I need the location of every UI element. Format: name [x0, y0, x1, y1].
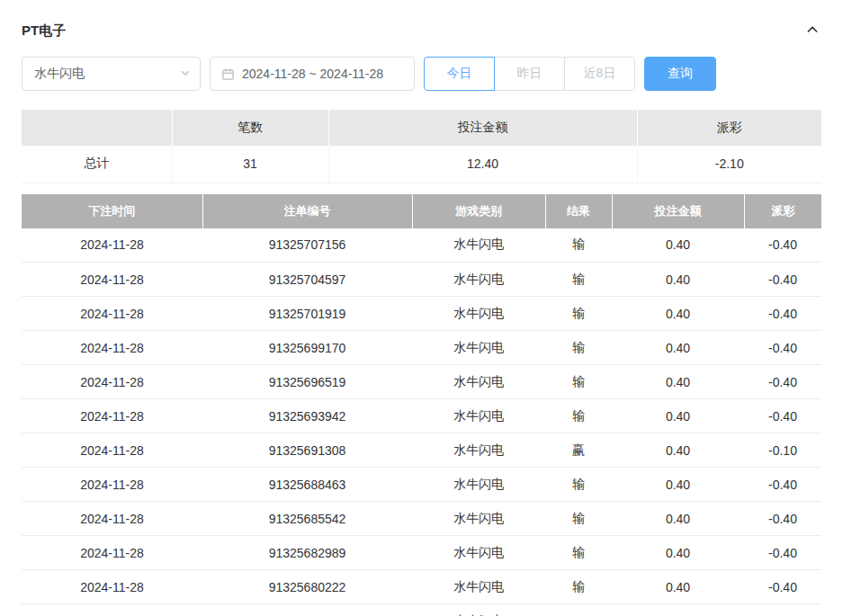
- table-cell: -0.40: [744, 263, 821, 297]
- table-cell: -0.40: [744, 297, 821, 331]
- header-result: 结果: [545, 194, 612, 228]
- table-cell: 2024-11-28: [22, 604, 202, 616]
- query-button[interactable]: 查询: [644, 57, 716, 91]
- table-cell: 水牛闪电: [412, 604, 545, 616]
- bet-records-table: 下注时间 注单编号 游戏类别 结果 投注金额 派彩 2024-11-289132…: [22, 194, 821, 616]
- quick-date-button-group: 今日 昨日 近8日: [424, 57, 635, 91]
- table-cell: 水牛闪电: [412, 263, 545, 297]
- table-cell: 0.40: [612, 399, 744, 433]
- table-cell: 0.40: [612, 536, 744, 570]
- table-cell: -0.10: [744, 433, 821, 468]
- table-cell: -0.40: [744, 228, 821, 263]
- table-cell: 0.40: [612, 331, 744, 365]
- table-cell: -0.40: [744, 570, 821, 604]
- header-bet-amount: 投注金额: [612, 194, 744, 228]
- table-cell: -0.40: [744, 365, 821, 399]
- table-row: 2024-11-2891325696519水牛闪电输0.40-0.40: [22, 365, 821, 399]
- table-cell: 输: [545, 331, 612, 365]
- table-row: 2024-11-2891325691308水牛闪电赢0.40-0.10: [22, 433, 821, 468]
- table-cell: 91325680222: [202, 570, 412, 604]
- table-cell: 输: [545, 228, 612, 263]
- header-game-category: 游戏类别: [412, 194, 545, 228]
- bet-table-body: 2024-11-2891325707156水牛闪电输0.40-0.402024-…: [22, 228, 821, 616]
- calendar-icon: [221, 67, 235, 81]
- date-range-input[interactable]: 2024-11-28 ~ 2024-11-28: [210, 57, 415, 91]
- table-cell: [202, 604, 412, 616]
- table-cell: 2024-11-28: [22, 297, 202, 331]
- table-cell: 2024-11-28: [22, 331, 202, 365]
- collapse-panel-button[interactable]: [803, 22, 821, 40]
- table-cell: 输: [545, 263, 612, 297]
- pt-games-panel: PT电子 水牛闪电 2024-11-28 ~ 2024-11-28 今日 昨日 …: [0, 0, 843, 616]
- table-cell: 0.40: [612, 365, 744, 399]
- table-cell: 2024-11-28: [22, 399, 202, 433]
- table-cell: 水牛闪电: [412, 502, 545, 536]
- summary-header-row: 笔数 投注金额 派彩: [22, 110, 821, 146]
- summary-header-payout: 派彩: [637, 110, 821, 146]
- table-cell: 水牛闪电: [412, 399, 545, 433]
- table-cell: -0.40: [744, 399, 821, 433]
- table-cell: 0.40: [612, 228, 744, 263]
- table-cell: -0.40: [744, 536, 821, 570]
- table-cell: 输: [545, 570, 612, 604]
- table-cell: 2024-11-28: [22, 536, 202, 570]
- game-select[interactable]: 水牛闪电: [22, 57, 201, 91]
- table-cell: 91325701919: [202, 297, 412, 331]
- table-cell: 91325693942: [202, 399, 412, 433]
- table-row: 2024-11-2891325707156水牛闪电输0.40-0.40: [22, 228, 821, 263]
- table-cell: 0.40: [612, 263, 744, 297]
- table-cell: 输: [545, 399, 612, 433]
- table-cell: -0.40: [744, 468, 821, 502]
- table-cell: 输: [545, 502, 612, 536]
- table-cell: 输: [545, 536, 612, 570]
- header-payout: 派彩: [744, 194, 821, 228]
- chevron-up-icon: [805, 22, 820, 40]
- summary-bet-amount-value: 12.40: [328, 146, 637, 183]
- summary-header-count: 笔数: [172, 110, 328, 146]
- table-cell: 91325685542: [202, 502, 412, 536]
- table-cell: 2024-11-28: [22, 263, 202, 297]
- page-title: PT电子: [22, 22, 66, 40]
- table-cell: 输: [545, 297, 612, 331]
- table-cell: 2024-11-28: [22, 433, 202, 468]
- last-8-days-button[interactable]: 近8日: [564, 57, 635, 91]
- table-cell: 2024-11-28: [22, 468, 202, 502]
- table-cell: 输: [545, 468, 612, 502]
- table-cell: 水牛闪电: [412, 433, 545, 468]
- table-cell: 0.40: [612, 433, 744, 468]
- table-cell: 输: [545, 365, 612, 399]
- panel-header: PT电子: [22, 20, 821, 41]
- table-cell: 2024-11-28: [22, 228, 202, 263]
- table-cell: 0.40: [612, 570, 744, 604]
- table-row: 2024-11-2891325693942水牛闪电输0.40-0.40: [22, 399, 821, 433]
- table-row: 2024-11-2891325699170水牛闪电输0.40-0.40: [22, 331, 821, 365]
- table-row: 2024-11-2891325704597水牛闪电输0.40-0.40: [22, 263, 821, 297]
- table-cell: 91325691308: [202, 433, 412, 468]
- table-row: 2024-11-2891325688463水牛闪电输0.40-0.40: [22, 468, 821, 502]
- table-cell: 91325688463: [202, 468, 412, 502]
- table-cell: [744, 604, 821, 616]
- table-cell: -0.40: [744, 331, 821, 365]
- table-cell: 91325696519: [202, 365, 412, 399]
- table-cell: 0.40: [612, 297, 744, 331]
- header-bet-time: 下注时间: [22, 194, 202, 228]
- table-row: 2024-11-28水牛闪电0.40: [22, 604, 821, 616]
- table-cell: 91325682989: [202, 536, 412, 570]
- bet-table-header-row: 下注时间 注单编号 游戏类别 结果 投注金额 派彩: [22, 194, 821, 228]
- summary-table: 笔数 投注金额 派彩 总计 31 12.40 -2.10: [22, 110, 821, 183]
- today-button[interactable]: 今日: [424, 57, 495, 91]
- table-cell: 91325699170: [202, 331, 412, 365]
- table-cell: 2024-11-28: [22, 570, 202, 604]
- table-cell: -0.40: [744, 502, 821, 536]
- yesterday-button[interactable]: 昨日: [494, 57, 565, 91]
- table-row: 2024-11-2891325680222水牛闪电输0.40-0.40: [22, 570, 821, 604]
- table-cell: [545, 604, 612, 616]
- table-cell: 水牛闪电: [412, 228, 545, 263]
- table-cell: 2024-11-28: [22, 365, 202, 399]
- date-range-value: 2024-11-28 ~ 2024-11-28: [242, 67, 383, 81]
- table-cell: 水牛闪电: [412, 570, 545, 604]
- table-cell: 水牛闪电: [412, 365, 545, 399]
- filter-bar: 水牛闪电 2024-11-28 ~ 2024-11-28 今日 昨日 近8日 查…: [22, 57, 821, 91]
- summary-header-empty: [22, 110, 172, 146]
- summary-total-row: 总计 31 12.40 -2.10: [22, 146, 821, 183]
